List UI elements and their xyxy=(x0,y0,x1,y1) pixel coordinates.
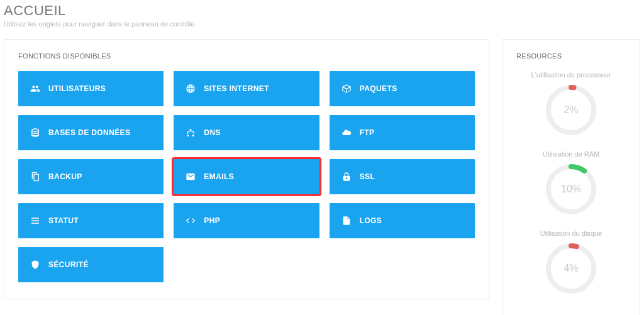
tile-copy[interactable]: BACKUP xyxy=(18,159,164,194)
tile-label: EMAILS xyxy=(204,172,234,181)
tile-label: SÉCURITÉ xyxy=(48,260,89,269)
tile-label: PHP xyxy=(204,216,220,225)
tile-cloud[interactable]: FTP xyxy=(330,115,475,150)
tile-sitemap[interactable]: DNS xyxy=(174,115,319,150)
tile-package[interactable]: PAQUETS xyxy=(330,71,475,106)
shield-icon xyxy=(28,260,42,270)
tile-database[interactable]: BASES DE DONNÉES xyxy=(18,115,164,150)
resources-panel: RESOURCES L'utilisation du processeur2%U… xyxy=(502,39,640,315)
resource-gauge: L'utilisation du processeur2% xyxy=(516,71,626,136)
tile-label: SITES INTERNET xyxy=(204,84,269,93)
tile-label: FTP xyxy=(360,128,375,137)
tile-bars[interactable]: STATUT xyxy=(18,203,164,238)
functions-panel: FONCTIONS DISPONIBLES UTILISATEURSSITES … xyxy=(4,39,489,299)
resource-gauge: Utilisation du disque4% xyxy=(516,229,626,295)
package-icon xyxy=(340,84,353,94)
resource-value: 4% xyxy=(545,242,597,295)
tile-label: STATUT xyxy=(48,216,79,225)
page-subtitle: Utilisez les onglets pour naviguer dans … xyxy=(4,20,640,28)
users-icon xyxy=(28,84,42,94)
tile-label: UTILISATEURS xyxy=(48,84,106,93)
envelope-icon xyxy=(184,172,197,182)
copy-icon xyxy=(28,172,42,182)
database-icon xyxy=(28,128,42,138)
tile-shield[interactable]: SÉCURITÉ xyxy=(18,247,164,282)
resource-gauge: Utilisation de RAM10% xyxy=(516,150,626,216)
tile-label: SSL xyxy=(360,172,375,181)
lock-icon xyxy=(340,172,353,182)
tile-label: BASES DE DONNÉES xyxy=(48,128,130,137)
tile-file[interactable]: LOGS xyxy=(330,203,475,238)
tile-code[interactable]: PHP xyxy=(174,203,319,238)
sitemap-icon xyxy=(184,128,197,138)
tile-users[interactable]: UTILISATEURS xyxy=(18,71,164,106)
globe-icon xyxy=(184,84,197,94)
resource-value: 2% xyxy=(545,84,597,136)
tile-label: LOGS xyxy=(360,216,382,225)
bars-icon xyxy=(28,216,42,226)
functions-heading: FONCTIONS DISPONIBLES xyxy=(18,52,475,60)
tile-grid: UTILISATEURSSITES INTERNETPAQUETSBASES D… xyxy=(18,71,475,282)
code-icon xyxy=(184,216,197,226)
tile-globe[interactable]: SITES INTERNET xyxy=(174,71,319,106)
resource-label: Utilisation de RAM xyxy=(516,150,626,158)
tile-envelope[interactable]: EMAILS xyxy=(174,159,319,194)
tile-label: PAQUETS xyxy=(360,84,397,93)
resource-label: Utilisation du disque xyxy=(516,229,626,237)
tile-lock[interactable]: SSL xyxy=(330,159,475,194)
resource-value: 10% xyxy=(545,163,597,216)
page-title: ACCUEIL xyxy=(4,3,640,19)
cloud-icon xyxy=(340,128,353,138)
resources-heading: RESOURCES xyxy=(516,52,626,60)
tile-label: BACKUP xyxy=(48,172,82,181)
file-icon xyxy=(340,216,353,226)
resource-label: L'utilisation du processeur xyxy=(516,71,626,79)
tile-label: DNS xyxy=(204,128,221,137)
